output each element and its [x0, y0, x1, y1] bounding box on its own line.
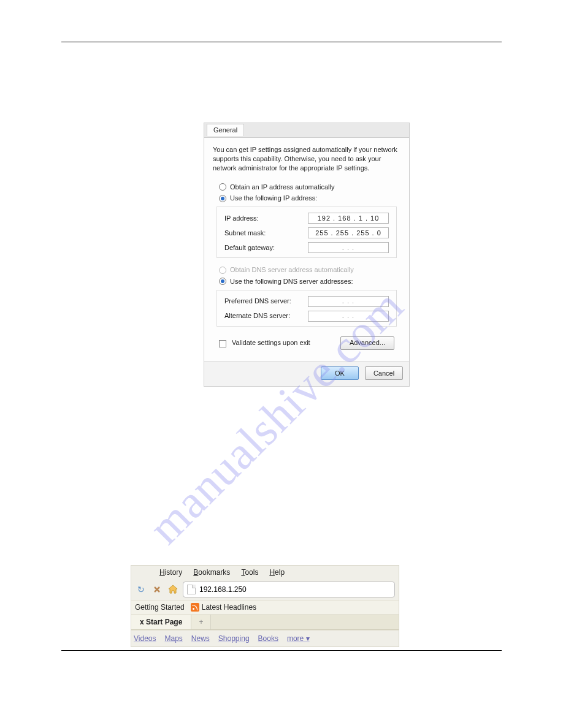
preferred-dns-input[interactable]: . . . — [308, 296, 389, 307]
radio-icon — [219, 267, 226, 274]
tab-bar: General — [204, 123, 409, 138]
default-gateway-input[interactable]: . . . — [308, 242, 389, 253]
browser-tabs: x Start Page + — [131, 615, 399, 630]
radio-label: Use the following IP address: — [230, 194, 317, 203]
page-content-links: Videos Maps News Shopping Books more ▾ — [131, 630, 399, 646]
radio-icon — [219, 278, 226, 285]
ip-fieldset: IP address: 192 . 168 . 1 . 10 Subnet ma… — [216, 207, 397, 258]
radio-label: Obtain an IP address automatically — [230, 183, 334, 192]
link-more[interactable]: more ▾ — [287, 634, 310, 643]
menu-history[interactable]: HHistoryistory — [159, 568, 182, 577]
menu-bar: HHistoryistory Bookmarks Tools Help — [131, 566, 399, 579]
dns-fieldset: Preferred DNS server: . . . Alternate DN… — [216, 290, 397, 327]
validate-settings-checkbox[interactable]: Validate settings upon exit — [219, 338, 310, 347]
ip-address-label: IP address: — [224, 214, 258, 223]
ip-settings-dialog: General You can get IP settings assigned… — [204, 123, 410, 387]
radio-use-ip[interactable]: Use the following IP address: — [213, 192, 400, 204]
address-bar[interactable] — [183, 582, 395, 597]
page-horizontal-rule-bottom — [61, 650, 502, 651]
advanced-button[interactable]: Advanced... — [340, 336, 394, 350]
description-text: You can get IP settings assigned automat… — [213, 145, 400, 173]
link-books[interactable]: Books — [258, 634, 278, 643]
subnet-mask-input[interactable]: 255 . 255 . 255 . 0 — [308, 227, 389, 238]
validate-label: Validate settings upon exit — [232, 339, 310, 346]
radio-icon — [219, 195, 226, 202]
menu-tools[interactable]: Tools — [241, 568, 258, 577]
default-gateway-label: Default gateway: — [224, 243, 275, 252]
radio-icon — [219, 183, 226, 191]
reload-icon[interactable]: ↻ — [135, 583, 147, 596]
menu-help[interactable]: Help — [269, 568, 285, 577]
new-tab-button[interactable]: + — [191, 615, 211, 629]
link-news[interactable]: News — [191, 634, 210, 643]
cancel-button[interactable]: Cancel — [365, 366, 403, 380]
link-videos[interactable]: Videos — [134, 634, 156, 643]
ok-button[interactable]: OK — [321, 366, 359, 380]
dialog-footer: OK Cancel — [204, 361, 409, 386]
radio-label: Obtain DNS server address automatically — [230, 265, 354, 275]
toolbar: ↻ — [131, 579, 399, 600]
radio-obtain-ip[interactable]: Obtain an IP address automatically — [213, 181, 400, 193]
menu-bookmarks[interactable]: Bookmarks — [193, 568, 230, 577]
alternate-dns-input[interactable]: . . . — [308, 311, 389, 322]
checkbox-icon — [219, 340, 226, 347]
bookmark-latest-headlines[interactable]: Latest Headlines — [191, 603, 256, 612]
page-horizontal-rule-top — [61, 42, 502, 42]
preferred-dns-label: Preferred DNS server: — [224, 297, 291, 306]
subnet-mask-label: Subnet mask: — [224, 229, 266, 238]
radio-label: Use the following DNS server addresses: — [230, 277, 353, 286]
stop-icon[interactable] — [151, 583, 163, 596]
browser-window: HHistoryistory Bookmarks Tools Help ↻ Ge… — [131, 565, 399, 647]
home-icon[interactable] — [167, 583, 179, 596]
tab-general[interactable]: General — [207, 124, 244, 136]
tab-start-page[interactable]: x Start Page — [131, 615, 191, 629]
bookmark-getting-started[interactable]: Getting Started — [135, 603, 185, 612]
rss-icon — [191, 603, 199, 612]
bookmarks-toolbar: Getting Started Latest Headlines — [131, 600, 399, 615]
link-shopping[interactable]: Shopping — [218, 634, 250, 643]
alternate-dns-label: Alternate DNS server: — [224, 311, 290, 320]
page-icon — [187, 585, 196, 594]
ip-address-input[interactable]: 192 . 168 . 1 . 10 — [308, 213, 389, 224]
radio-obtain-dns: Obtain DNS server address automatically — [213, 264, 400, 276]
bookmark-label: Latest Headlines — [202, 603, 256, 612]
dialog-body: You can get IP settings assigned automat… — [204, 138, 409, 361]
link-maps[interactable]: Maps — [164, 634, 182, 643]
radio-use-dns[interactable]: Use the following DNS server addresses: — [213, 276, 400, 287]
address-input[interactable] — [199, 585, 391, 594]
